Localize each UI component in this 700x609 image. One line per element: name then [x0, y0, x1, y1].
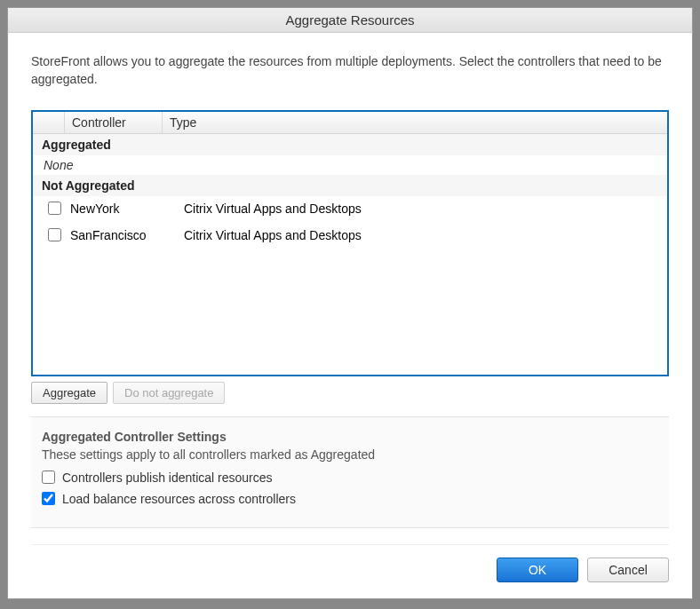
settings-title: Aggregated Controller Settings	[42, 430, 658, 444]
setting-load-balance-label: Load balance resources across controller…	[62, 492, 296, 506]
group-not-aggregated: Not Aggregated	[33, 175, 667, 196]
table-header-type[interactable]: Type	[163, 112, 667, 133]
setting-load-balance-checkbox[interactable]	[42, 492, 55, 505]
aggregated-none: None	[33, 155, 667, 175]
setting-publish-identical-label: Controllers publish identical resources	[62, 471, 273, 485]
table-row[interactable]: NewYork Citrix Virtual Apps and Desktops	[33, 196, 667, 221]
group-aggregated: Aggregated	[33, 134, 667, 155]
footer-row: OK Cancel	[31, 544, 669, 582]
intro-text: StoreFront allows you to aggregate the r…	[31, 52, 669, 89]
settings-subtitle: These settings apply to all controllers …	[42, 447, 658, 462]
dialog-body: StoreFront allows you to aggregate the r…	[7, 33, 693, 599]
setting-load-balance[interactable]: Load balance resources across controller…	[42, 492, 658, 506]
action-row: Aggregate Do not aggregate	[31, 382, 669, 404]
table-header-row: Controller Type	[33, 112, 667, 134]
row-type: Citrix Virtual Apps and Desktops	[184, 202, 660, 216]
row-checkbox-cell	[40, 228, 68, 241]
aggregated-controller-settings: Aggregated Controller Settings These set…	[31, 416, 669, 528]
aggregate-button[interactable]: Aggregate	[31, 382, 107, 404]
table-row[interactable]: SanFrancisco Citrix Virtual Apps and Des…	[33, 223, 667, 248]
row-controller: SanFrancisco	[68, 228, 184, 242]
title-bar: Aggregate Resources	[7, 7, 693, 33]
table-header-checkbox-col	[33, 112, 65, 133]
controllers-table: Controller Type Aggregated None Not Aggr…	[31, 110, 669, 376]
row-checkbox[interactable]	[48, 228, 61, 241]
row-controller: NewYork	[68, 202, 184, 216]
cancel-button[interactable]: Cancel	[587, 558, 669, 582]
row-type: Citrix Virtual Apps and Desktops	[184, 228, 660, 242]
row-checkbox[interactable]	[48, 202, 61, 215]
dialog-frame: Aggregate Resources StoreFront allows yo…	[0, 0, 700, 609]
setting-publish-identical-checkbox[interactable]	[42, 471, 55, 484]
dialog-title: Aggregate Resources	[285, 12, 414, 28]
setting-publish-identical[interactable]: Controllers publish identical resources	[42, 471, 658, 485]
do-not-aggregate-button: Do not aggregate	[113, 382, 225, 404]
table-header-controller[interactable]: Controller	[65, 112, 163, 133]
ok-button[interactable]: OK	[497, 558, 578, 582]
row-checkbox-cell	[40, 202, 68, 215]
